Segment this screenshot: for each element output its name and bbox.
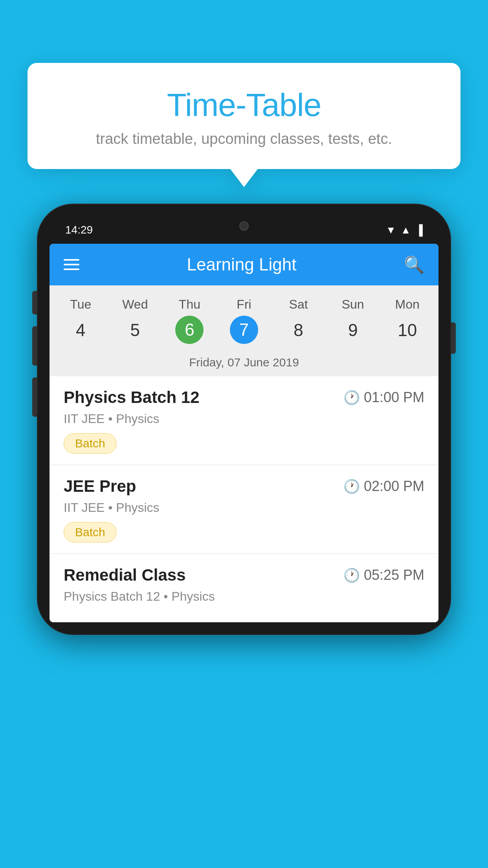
schedule-list: Physics Batch 12 🕐 01:00 PM IIT JEE • Ph… xyxy=(50,376,438,622)
signal-icon: ▲ xyxy=(401,224,411,236)
notch xyxy=(213,216,275,236)
schedule-item-3-title: Remedial Class xyxy=(64,566,186,585)
schedule-item-2-title: JEE Prep xyxy=(64,477,136,496)
schedule-item-1[interactable]: Physics Batch 12 🕐 01:00 PM IIT JEE • Ph… xyxy=(50,376,438,465)
day-5[interactable]: 5 xyxy=(108,316,163,345)
schedule-item-1-subtitle: IIT JEE • Physics xyxy=(64,412,424,426)
schedule-item-2-header: JEE Prep 🕐 02:00 PM xyxy=(64,477,424,496)
batch-badge-2: Batch xyxy=(64,522,117,542)
schedule-item-3-time: 🕐 05:25 PM xyxy=(343,567,424,583)
status-icons: ▼ ▲ ▐ xyxy=(386,224,423,236)
camera xyxy=(239,221,249,231)
day-6-today[interactable]: 6 xyxy=(175,316,204,344)
day-numbers: 4 5 6 7 8 9 10 xyxy=(50,316,438,352)
schedule-item-1-time-text: 01:00 PM xyxy=(364,389,424,406)
day-label-sat: Sat xyxy=(271,293,326,316)
tooltip-subtitle: track timetable, upcoming classes, tests… xyxy=(47,131,441,147)
day-label-tue: Tue xyxy=(53,293,108,316)
volume-up-button xyxy=(32,326,37,366)
day-7-selected[interactable]: 7 xyxy=(230,316,258,344)
day-label-sun: Sun xyxy=(326,293,380,316)
schedule-item-3-header: Remedial Class 🕐 05:25 PM xyxy=(64,566,424,585)
schedule-item-3[interactable]: Remedial Class 🕐 05:25 PM Physics Batch … xyxy=(50,554,438,622)
tooltip-title: Time-Table xyxy=(47,86,441,123)
menu-line-3 xyxy=(64,268,79,270)
menu-icon[interactable] xyxy=(64,259,79,270)
phone-screen: Learning Light 🔍 Tue Wed Thu Fri Sat Sun… xyxy=(50,244,438,622)
batch-badge-1: Batch xyxy=(64,433,117,454)
day-label-mon: Mon xyxy=(380,293,435,316)
schedule-item-2-subtitle: IIT JEE • Physics xyxy=(64,500,424,515)
app-title: Learning Light xyxy=(187,255,297,274)
day-9[interactable]: 9 xyxy=(326,316,380,345)
schedule-item-2[interactable]: JEE Prep 🕐 02:00 PM IIT JEE • Physics Ba… xyxy=(50,465,438,554)
clock-icon-2: 🕐 xyxy=(343,478,360,494)
tooltip-card: Time-Table track timetable, upcoming cla… xyxy=(28,63,460,169)
schedule-item-3-time-text: 05:25 PM xyxy=(364,567,424,583)
status-bar: 14:29 ▼ ▲ ▐ xyxy=(50,216,438,244)
day-4[interactable]: 4 xyxy=(53,316,108,345)
day-label-thu: Thu xyxy=(162,293,217,316)
volume-down-button xyxy=(32,377,37,417)
day-labels: Tue Wed Thu Fri Sat Sun Mon xyxy=(50,293,438,316)
day-8[interactable]: 8 xyxy=(271,316,326,345)
clock-icon-1: 🕐 xyxy=(343,390,360,405)
battery-icon: ▐ xyxy=(416,224,423,236)
schedule-item-3-subtitle: Physics Batch 12 • Physics xyxy=(64,589,424,604)
clock-icon-3: 🕐 xyxy=(343,567,360,583)
schedule-item-2-time-text: 02:00 PM xyxy=(364,478,424,495)
day-label-fri: Fri xyxy=(217,293,272,316)
status-time: 14:29 xyxy=(65,224,93,236)
schedule-item-2-time: 🕐 02:00 PM xyxy=(343,478,424,495)
search-icon[interactable]: 🔍 xyxy=(404,255,424,274)
calendar-section: Tue Wed Thu Fri Sat Sun Mon 4 5 6 7 8 9 … xyxy=(50,285,438,376)
menu-line-1 xyxy=(64,259,79,261)
schedule-item-1-title: Physics Batch 12 xyxy=(64,388,200,407)
power-button xyxy=(451,322,456,354)
wifi-icon: ▼ xyxy=(386,224,396,236)
schedule-item-1-time: 🕐 01:00 PM xyxy=(343,389,424,406)
selected-date: Friday, 07 June 2019 xyxy=(50,352,438,376)
app-header: Learning Light 🔍 xyxy=(50,244,438,285)
phone-frame: 14:29 ▼ ▲ ▐ Learning Light 🔍 xyxy=(38,204,450,634)
schedule-item-1-header: Physics Batch 12 🕐 01:00 PM xyxy=(64,388,424,407)
day-10[interactable]: 10 xyxy=(380,316,435,345)
day-label-wed: Wed xyxy=(108,293,163,316)
mute-button xyxy=(32,291,37,314)
menu-line-2 xyxy=(64,264,79,265)
phone-mockup: 14:29 ▼ ▲ ▐ Learning Light 🔍 xyxy=(38,204,450,634)
